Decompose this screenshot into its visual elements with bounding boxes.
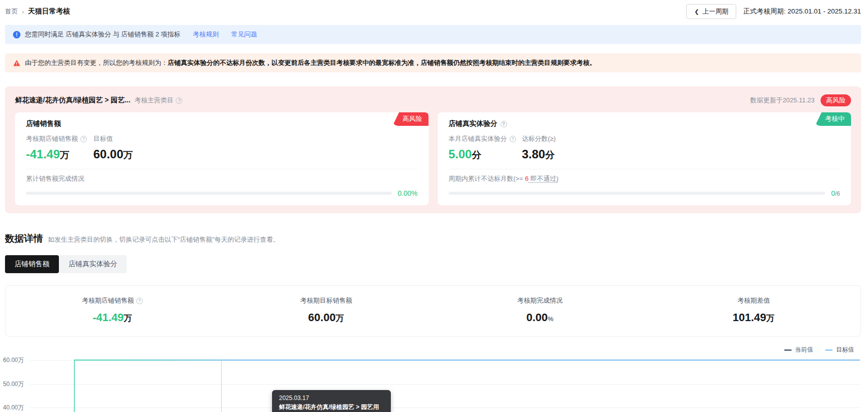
gridline-40 — [30, 408, 860, 408]
stat-gap-number: 101.49 — [733, 311, 766, 324]
help-icon[interactable]: ? — [136, 298, 143, 304]
metric-cards: 高风险 店铺销售额 考核期店铺销售额 ? -41.49万 目标值 — [15, 112, 851, 205]
help-icon[interactable]: ? — [176, 97, 182, 104]
stat-period-sales-value: -41.49万 — [5, 311, 219, 324]
divider — [449, 169, 841, 169]
stat-completion-unit: % — [548, 315, 554, 323]
experience-current-value: 5.00分 — [449, 147, 522, 162]
experience-card: 考核中 店铺真实体验分 ? 本月店铺真实体验分 ? 5.00分 达 — [438, 112, 852, 205]
legend-target[interactable]: 目标值 — [825, 346, 854, 354]
sales-progress-label: 累计销售额完成情况 — [26, 174, 418, 183]
experience-current-unit: 分 — [472, 150, 481, 160]
sales-current-number: -41.49 — [26, 147, 60, 161]
info-icon: ! — [13, 31, 20, 38]
detail-tabs: 店铺销售额 店铺真实体验分 — [5, 255, 127, 273]
experience-status-badge: 考核中 — [815, 112, 851, 126]
assessment-header-right: 数据更新于2025.11.23 高风险 — [750, 94, 851, 106]
assessment-section: 鲜花速递/花卉仿真/绿植园艺 > 园艺... 考核主营类目 ? 数据更新于202… — [5, 86, 861, 213]
tab-sales[interactable]: 店铺销售额 — [5, 255, 59, 273]
sales-metrics: 考核期店铺销售额 ? -41.49万 目标值 60.00万 — [26, 134, 418, 162]
stat-target-sales-label: 考核期目标销售额 — [300, 296, 352, 305]
stat-gap-unit: 万 — [766, 314, 775, 323]
sales-current-label-text: 考核期店铺销售额 — [26, 134, 78, 143]
assessment-rules-link[interactable]: 考核规则 — [193, 30, 219, 39]
experience-progress-label-pre: 周期内累计不达标月数(>= — [449, 175, 525, 182]
target-line-swatch-icon — [825, 350, 833, 351]
experience-progress-value: 0/6 — [831, 189, 840, 197]
experience-threshold-unit: 分 — [545, 150, 555, 160]
experience-progress-denominator: /6 — [835, 190, 840, 197]
sales-card-title: 店铺销售额 — [26, 119, 418, 128]
sales-card-title-text: 店铺销售额 — [26, 119, 61, 128]
category-caption: 考核主营类目 ? — [134, 96, 182, 105]
breadcrumb-home[interactable]: 首页 — [5, 7, 18, 16]
sales-trend-chart: 当前值 目标值 60.00万 50.00万 40.00万 30.00万 2025… — [0, 337, 868, 412]
y-axis-tick: 60.00万 — [3, 356, 24, 365]
stat-target-sales-number: 60.00 — [308, 311, 335, 324]
y-axis-tick: 40.00万 — [3, 404, 24, 412]
sales-current-label: 考核期店铺销售额 ? — [26, 134, 93, 143]
sales-target-value: 60.00万 — [93, 147, 133, 162]
prev-period-label: 上一周期 — [702, 7, 728, 16]
stat-completion-value: 0.00% — [433, 311, 647, 324]
stat-completion-label: 考核期完成情况 — [517, 296, 563, 305]
experience-current-number: 5.00 — [449, 147, 472, 161]
sales-progress: 0.00% — [26, 189, 418, 197]
warning-banner-text: 由于您的主营类目有变更，所以您的考核规则为：店铺真实体验分的不达标月份次数，以变… — [25, 58, 596, 67]
faq-link[interactable]: 常见问题 — [231, 30, 257, 39]
stat-target-sales-unit: 万 — [335, 314, 344, 323]
warning-text-prefix: 由于您的主营类目有变更，所以您的考核规则为： — [25, 59, 168, 66]
stat-target-sales: 考核期目标销售额 60.00万 — [219, 296, 433, 324]
warning-banner: 由于您的主营类目有变更，所以您的考核规则为：店铺真实体验分的不达标月份次数，以变… — [5, 53, 861, 72]
experience-progress-label: 周期内累计不达标月数(>= 6 即不通过) — [449, 174, 841, 183]
prev-period-button[interactable]: ❮ 上一周期 — [686, 4, 736, 19]
experience-threshold-number: 3.80 — [522, 147, 546, 161]
chevron-left-icon: ❮ — [694, 8, 699, 15]
sales-progress-bar — [26, 192, 392, 195]
tooltip-crosshair-line — [221, 360, 222, 412]
data-detail-title: 数据详情 — [5, 232, 43, 245]
divider — [26, 169, 418, 169]
sales-current-value: -41.49万 — [26, 147, 93, 162]
stats-strip: 考核期店铺销售额 ? -41.49万 考核期目标销售额 60.00万 考核期完成… — [5, 285, 861, 337]
experience-current-label: 本月店铺真实体验分 ? — [449, 134, 522, 143]
help-icon[interactable]: ? — [501, 121, 507, 127]
sales-risk-badge: 高风险 — [393, 112, 429, 126]
stat-completion: 考核期完成情况 0.00% — [433, 296, 647, 324]
experience-current-label-text: 本月店铺真实体验分 — [449, 134, 507, 143]
gridline-50 — [30, 384, 860, 385]
sales-card: 高风险 店铺销售额 考核期店铺销售额 ? -41.49万 目标值 — [15, 112, 429, 205]
breadcrumb: 首页 › 天猫日常考核 — [5, 7, 70, 16]
experience-threshold-label-text: 达标分数(≥) — [522, 134, 556, 143]
main-category-label: 鲜花速递/花卉仿真/绿植园艺 > 园艺... — [15, 96, 130, 105]
info-banner: ! 您需同时满足 店铺真实体验分 与 店铺销售额 2 项指标 考核规则 常见问题 — [5, 25, 861, 44]
assessment-header: 鲜花速递/花卉仿真/绿植园艺 > 园艺... 考核主营类目 ? 数据更新于202… — [15, 94, 851, 106]
legend-current-label: 当前值 — [795, 346, 813, 354]
legend-target-label: 目标值 — [836, 346, 854, 354]
chart-legend: 当前值 目标值 — [784, 346, 854, 354]
stat-gap-label: 考核期差值 — [737, 296, 770, 305]
legend-current[interactable]: 当前值 — [784, 346, 813, 354]
tab-experience[interactable]: 店铺真实体验分 — [59, 255, 127, 273]
stat-gap: 考核期差值 101.49万 — [647, 296, 861, 324]
data-detail-note: 如发生主营类目的切换，切换记录可点击以下“店铺销售额”每天的记录进行查看。 — [48, 235, 280, 244]
sales-progress-value: 0.00% — [398, 189, 418, 197]
assessment-period-label: 正式考核周期: 2025.01.01 - 2025.12.31 — [743, 7, 861, 16]
stat-period-sales-label: 考核期店铺销售额 ? — [82, 296, 143, 305]
experience-progress: 0/6 — [449, 189, 841, 197]
experience-progress-numerator: 0 — [831, 189, 835, 197]
experience-metrics: 本月店铺真实体验分 ? 5.00分 达标分数(≥) 3.80分 — [449, 134, 841, 162]
stat-period-sales-label-text: 考核期店铺销售额 — [82, 296, 134, 305]
experience-threshold-label: 达标分数(≥) — [522, 134, 556, 143]
experience-progress-label-threshold: 6 — [525, 175, 529, 182]
y-axis-tick: 50.00万 — [3, 380, 24, 389]
sales-current-metric: 考核期店铺销售额 ? -41.49万 — [26, 134, 93, 162]
tooltip-date: 2025.03.17 — [279, 394, 384, 403]
stat-period-sales-number: -41.49 — [92, 311, 123, 324]
help-icon[interactable]: ? — [80, 136, 87, 142]
help-icon[interactable]: ? — [510, 136, 516, 142]
sales-target-label-text: 目标值 — [93, 134, 113, 143]
experience-card-title: 店铺真实体验分 ? — [449, 119, 841, 128]
tooltip-category: 鲜花速递/花卉仿真/绿植园艺 > 园艺用品 — [279, 403, 384, 412]
experience-card-title-text: 店铺真实体验分 — [449, 119, 498, 128]
